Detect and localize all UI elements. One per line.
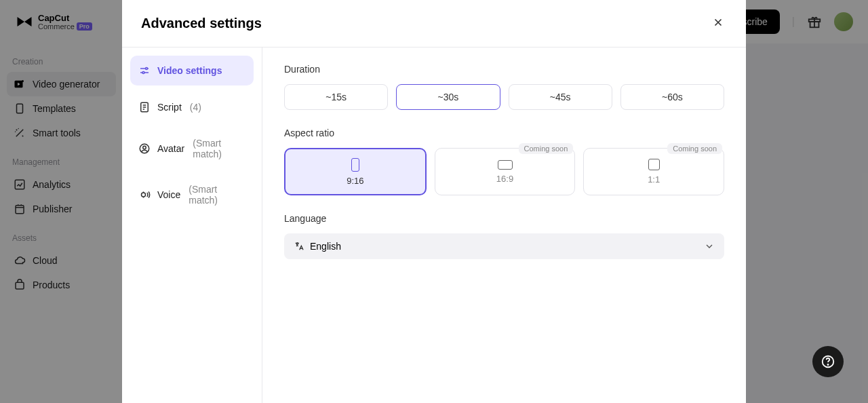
help-icon xyxy=(821,354,835,369)
voice-icon xyxy=(138,189,151,201)
duration-15s[interactable]: ~15s xyxy=(284,84,388,110)
help-button[interactable] xyxy=(812,346,844,377)
close-icon xyxy=(712,16,724,28)
translate-icon xyxy=(294,241,304,252)
nav-label: Script xyxy=(157,102,182,113)
aspect-value: 9:16 xyxy=(347,176,363,186)
settings-nav: Video settings Script (4) Avatar (Smart … xyxy=(122,47,262,403)
nav-script-count: (4) xyxy=(190,102,201,113)
aspect-value: 1:1 xyxy=(648,174,660,185)
nav-voice-meta: (Smart match) xyxy=(189,184,245,206)
portrait-shape-icon xyxy=(351,158,359,172)
svg-point-16 xyxy=(827,364,828,365)
aspect-options: 9:16 Coming soon 16:9 Coming soon 1:1 xyxy=(284,148,724,195)
modal-title: Advanced settings xyxy=(141,16,262,31)
svg-point-13 xyxy=(143,146,146,149)
nav-script[interactable]: Script (4) xyxy=(130,92,254,122)
nav-avatar[interactable]: Avatar (Smart match) xyxy=(130,129,254,168)
svg-point-10 xyxy=(142,72,144,74)
square-shape-icon xyxy=(648,159,660,170)
nav-label: Avatar xyxy=(157,143,184,154)
avatar-icon xyxy=(138,142,151,155)
duration-label: Duration xyxy=(284,64,724,75)
duration-60s[interactable]: ~60s xyxy=(620,84,724,110)
duration-options: ~15s ~30s ~45s ~60s xyxy=(284,84,724,110)
coming-soon-badge: Coming soon xyxy=(519,143,574,154)
duration-30s[interactable]: ~30s xyxy=(396,84,500,110)
nav-voice[interactable]: Voice (Smart match) xyxy=(130,175,254,214)
coming-soon-badge: Coming soon xyxy=(667,143,722,154)
aspect-label: Aspect ratio xyxy=(284,128,724,138)
svg-point-14 xyxy=(142,193,146,197)
aspect-value: 16:9 xyxy=(496,174,513,184)
nav-avatar-meta: (Smart match) xyxy=(193,138,245,159)
svg-point-9 xyxy=(146,68,148,70)
advanced-settings-modal: Advanced settings Video settings Script … xyxy=(122,0,746,403)
chevron-down-icon xyxy=(704,241,715,252)
settings-main: Duration ~15s ~30s ~45s ~60s Aspect rati… xyxy=(262,47,746,403)
modal-header: Advanced settings xyxy=(122,0,746,47)
script-icon xyxy=(138,101,151,113)
duration-45s[interactable]: ~45s xyxy=(509,84,612,110)
close-button[interactable] xyxy=(709,14,727,33)
landscape-shape-icon xyxy=(498,160,513,170)
language-label: Language xyxy=(284,213,724,224)
nav-video-settings[interactable]: Video settings xyxy=(130,56,254,85)
aspect-1-1: Coming soon 1:1 xyxy=(583,148,724,195)
language-value: English xyxy=(310,241,341,252)
aspect-16-9: Coming soon 16:9 xyxy=(435,148,576,195)
language-select[interactable]: English xyxy=(284,233,724,259)
aspect-9-16[interactable]: 9:16 xyxy=(284,148,427,195)
sliders-icon xyxy=(138,64,151,77)
nav-label: Voice xyxy=(157,189,180,200)
nav-label: Video settings xyxy=(157,65,222,76)
